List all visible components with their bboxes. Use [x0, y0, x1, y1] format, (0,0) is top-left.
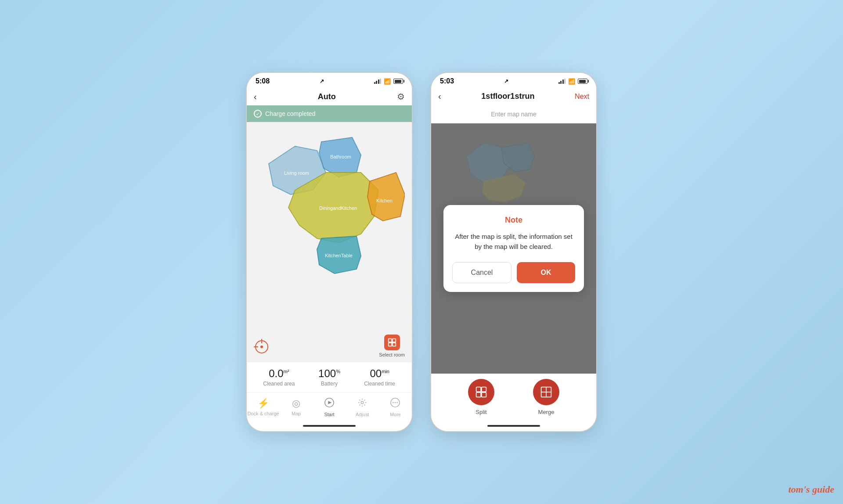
ok-button[interactable]: OK — [517, 262, 575, 283]
modal-overlay: Note After the map is split, the informa… — [431, 123, 596, 374]
page-title-right: 1stfloor1strun — [481, 92, 534, 101]
left-phone: 5:08 ↗ 📶 ‹ Auto ⚙ ✓ Charge completed — [246, 72, 413, 432]
tab-map[interactable]: ◎ Map — [280, 396, 313, 419]
split-label: Split — [476, 409, 486, 415]
svg-point-21 — [397, 402, 398, 403]
map-icon: ◎ — [292, 398, 300, 409]
stat-cleaned-time: 00min Cleaned time — [354, 367, 405, 387]
svg-point-19 — [393, 402, 394, 403]
gear-icon-left[interactable]: ⚙ — [397, 91, 405, 102]
charge-text: Charge completed — [265, 110, 315, 117]
tab-more-label: More — [390, 412, 401, 417]
stat-battery-label: Battery — [304, 381, 355, 387]
status-icons-right: 📶 — [558, 78, 588, 85]
locate-icon — [255, 340, 268, 353]
modal-buttons: Cancel OK — [452, 262, 575, 283]
svg-point-17 — [361, 401, 364, 404]
right-phone: 5:03 ↗ 📶 ‹ 1stfloor1strun Next Enter map… — [430, 72, 597, 432]
home-indicator-right — [431, 421, 596, 431]
svg-point-20 — [395, 402, 396, 403]
svg-rect-13 — [392, 343, 396, 346]
select-room-label: Select room — [379, 352, 405, 357]
nav-arrow-right: ↗ — [504, 78, 508, 84]
select-room-button[interactable]: Select room — [379, 335, 405, 357]
svg-rect-11 — [392, 339, 396, 342]
tab-adjust[interactable]: Adjust — [346, 396, 379, 419]
svg-rect-26 — [482, 387, 486, 392]
tab-dock-label: Dock & charge — [248, 411, 279, 416]
tab-bar-left: ⚡ Dock & charge ◎ Map Start — [247, 392, 412, 421]
modal-message: After the map is split, the information … — [452, 232, 575, 252]
cancel-button[interactable]: Cancel — [452, 262, 512, 283]
svg-text:Kitchen: Kitchen — [376, 198, 393, 203]
time-left: 5:08 — [256, 77, 270, 85]
svg-marker-6 — [367, 173, 405, 221]
tab-dock-charge[interactable]: ⚡ Dock & charge — [247, 396, 280, 419]
locate-button[interactable] — [254, 339, 270, 355]
next-button[interactable]: Next — [575, 93, 589, 101]
tab-start[interactable]: Start — [313, 396, 346, 419]
page-title-left: Auto — [318, 92, 336, 101]
nav-arrow-left: ↗ — [320, 78, 324, 84]
home-bar-right — [487, 425, 540, 427]
svg-rect-12 — [388, 343, 392, 346]
merge-icon — [533, 379, 559, 405]
modal-box: Note After the map is split, the informa… — [443, 205, 584, 292]
tab-start-label: Start — [324, 412, 334, 417]
modal-title: Note — [452, 216, 575, 225]
map-area-left: Living room Bathroom DiningandKitchen Ki… — [247, 122, 412, 362]
back-button-right[interactable]: ‹ — [438, 91, 441, 101]
tab-map-label: Map — [292, 411, 301, 416]
svg-rect-27 — [476, 392, 481, 397]
svg-rect-25 — [476, 387, 481, 392]
wifi-icon-right: 📶 — [568, 78, 575, 85]
stat-area-label: Cleaned area — [254, 381, 304, 387]
svg-text:KitchenTable: KitchenTable — [325, 253, 353, 258]
stat-battery-value: 100% — [304, 367, 355, 380]
svg-rect-10 — [388, 339, 392, 342]
merge-label: Merge — [538, 409, 555, 415]
stat-cleaned-area: 0.0m² Cleaned area — [254, 367, 304, 387]
status-icons-left: 📶 — [374, 78, 403, 85]
map-name-label: Enter map name — [491, 111, 537, 118]
nav-bar-left: ‹ Auto ⚙ — [247, 88, 412, 105]
tab-adjust-label: Adjust — [356, 412, 369, 417]
select-room-icon — [384, 335, 400, 350]
status-bar-right: 5:03 ↗ 📶 — [431, 73, 596, 88]
svg-text:Bathroom: Bathroom — [330, 154, 351, 159]
wifi-icon: 📶 — [384, 78, 391, 85]
stats-area: 0.0m² Cleaned area 100% Battery 00min Cl… — [247, 362, 412, 392]
svg-point-14 — [391, 342, 393, 343]
signal-icon — [374, 79, 382, 84]
watermark: tom's guide — [788, 484, 834, 495]
start-icon — [324, 398, 334, 410]
merge-action[interactable]: Merge — [533, 379, 559, 415]
status-bar-left: 5:08 ↗ 📶 — [247, 73, 412, 88]
map-area-right: Note After the map is split, the informa… — [431, 123, 596, 374]
home-indicator-left — [247, 421, 412, 431]
dock-charge-icon: ⚡ — [257, 398, 269, 409]
svg-text:Living room: Living room — [284, 170, 309, 176]
stat-time-label: Cleaned time — [354, 381, 405, 387]
more-icon — [390, 398, 400, 410]
stat-battery: 100% Battery — [304, 367, 355, 387]
battery-icon — [393, 79, 403, 84]
split-action[interactable]: Split — [468, 379, 494, 415]
stat-time-value: 00min — [354, 367, 405, 380]
home-bar — [303, 425, 356, 427]
bottom-actions: Split Merge — [431, 374, 596, 421]
map-name-area: Enter map name — [431, 105, 596, 123]
svg-rect-28 — [482, 392, 486, 397]
adjust-icon — [357, 398, 367, 410]
svg-marker-16 — [328, 401, 331, 404]
tab-more[interactable]: More — [379, 396, 412, 419]
check-circle-icon: ✓ — [254, 110, 262, 118]
nav-bar-right: ‹ 1stfloor1strun Next — [431, 88, 596, 105]
signal-icon-right — [558, 79, 566, 84]
charge-banner: ✓ Charge completed — [247, 105, 412, 122]
split-icon — [468, 379, 494, 405]
time-right: 5:03 — [440, 77, 454, 85]
room-map-svg: Living room Bathroom DiningandKitchen Ki… — [256, 126, 405, 302]
stat-area-value: 0.0m² — [254, 367, 304, 380]
back-button-left[interactable]: ‹ — [254, 92, 257, 102]
